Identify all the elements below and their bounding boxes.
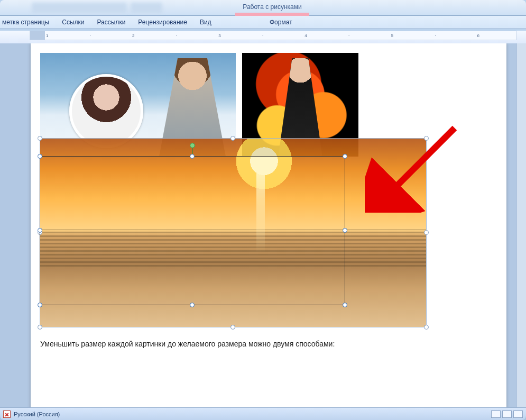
tab-page-layout[interactable]: метка страницы bbox=[2, 19, 49, 26]
crop-handle-top-right[interactable] bbox=[343, 154, 347, 159]
spellcheck-error-icon[interactable] bbox=[3, 410, 11, 418]
crop-handle-top-center[interactable] bbox=[190, 154, 195, 159]
tab-review[interactable]: Рецензирование bbox=[138, 19, 187, 26]
view-web-button[interactable] bbox=[513, 410, 523, 418]
crop-handle-bottom-left[interactable] bbox=[38, 303, 42, 307]
picture-tools-contextual-label: Работа с рисунками bbox=[235, 3, 309, 11]
language-indicator[interactable]: Русский (Россия) bbox=[14, 411, 60, 417]
vertical-scrollbar[interactable] bbox=[516, 43, 526, 407]
selection-handle-bottom-left[interactable] bbox=[38, 325, 42, 330]
tab-view[interactable]: Вид bbox=[200, 19, 211, 26]
ribbon-tabs: метка страницы Ссылки Рассылки Рецензиро… bbox=[0, 16, 526, 29]
selection-handle-top-left[interactable] bbox=[38, 136, 42, 141]
crop-handle-bottom-right[interactable] bbox=[343, 303, 347, 307]
title-bar: Работа с рисунками bbox=[0, 0, 526, 16]
quick-access-toolbar-extra[interactable] bbox=[131, 3, 162, 13]
rotation-handle[interactable] bbox=[190, 143, 195, 148]
document-viewport[interactable]: Уменьшить размер каждой картинки до жела… bbox=[0, 43, 526, 407]
view-reading-button[interactable] bbox=[502, 410, 512, 418]
view-print-layout-button[interactable] bbox=[491, 410, 501, 418]
selection-handle-bottom-center[interactable] bbox=[230, 325, 235, 330]
horizontal-ruler[interactable]: 1 · 2 · 3 · 4 · 5 · 6 · 7 · 8 · 9 · 10 ·… bbox=[30, 31, 516, 40]
body-paragraph[interactable]: Уменьшить размер каждой картинки до жела… bbox=[40, 340, 497, 348]
selection-handle-top-right[interactable] bbox=[424, 136, 429, 141]
status-bar: Русский (Россия) bbox=[0, 407, 526, 420]
crop-frame[interactable] bbox=[40, 157, 345, 305]
selection-handle-bottom-right[interactable] bbox=[424, 325, 429, 330]
ruler-ticks: 1 · 2 · 3 · 4 · 5 · 6 · 7 · 8 · 9 · 10 ·… bbox=[46, 33, 516, 38]
quick-access-toolbar[interactable] bbox=[32, 3, 127, 13]
crop-handle-bottom-center[interactable] bbox=[190, 303, 195, 307]
tab-mailings[interactable]: Рассылки bbox=[97, 19, 125, 26]
tab-references[interactable]: Ссылки bbox=[62, 19, 84, 26]
tab-format[interactable]: Формат bbox=[270, 19, 292, 26]
ribbon-body: 1 · 2 · 3 · 4 · 5 · 6 · 7 · 8 · 9 · 10 ·… bbox=[0, 31, 526, 44]
crop-handle-right-center[interactable] bbox=[343, 228, 347, 233]
selection-handle-right-center[interactable] bbox=[424, 230, 429, 235]
selection-handle-top-center[interactable] bbox=[230, 136, 235, 141]
picture-tools-contextual-stripe bbox=[235, 13, 309, 16]
crop-handle-top-left[interactable] bbox=[38, 154, 42, 159]
document-page[interactable]: Уменьшить размер каждой картинки до жела… bbox=[31, 43, 506, 407]
crop-handle-left-center[interactable] bbox=[38, 228, 42, 233]
